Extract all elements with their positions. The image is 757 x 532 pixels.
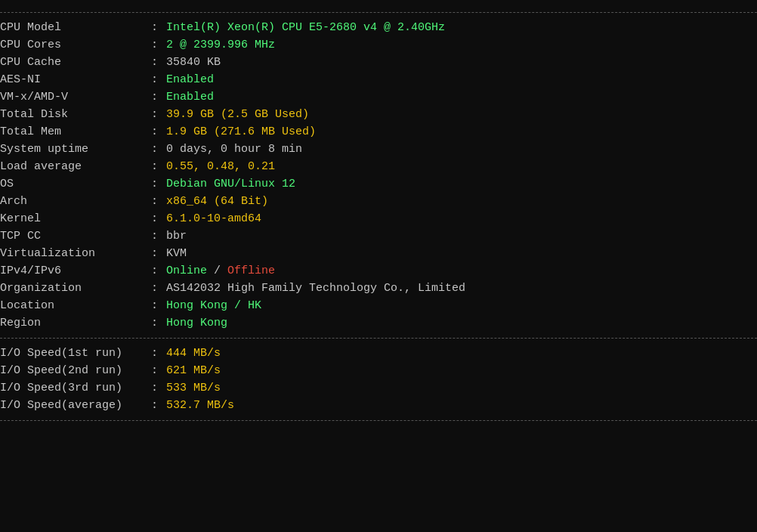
row-value: 35840 KB [166,54,757,71]
row-value: Hong Kong [166,314,757,332]
row-label: AES-NI [0,71,151,88]
row-label: I/O Speed(average) [0,397,151,414]
row-colon: : [151,88,166,106]
row-colon: : [151,345,166,362]
row-colon: : [151,280,166,297]
row-label: Location [0,297,151,314]
row-colon: : [151,227,166,245]
row-colon: : [151,379,166,397]
table-row: CPU Cache:35840 KB [0,54,757,71]
row-value: 6.1.0-10-amd64 [166,210,757,227]
row-colon: : [151,314,166,332]
row-colon: : [151,36,166,54]
row-colon: : [151,54,166,71]
io-speed-table: I/O Speed(1st run):444 MB/sI/O Speed(2nd… [0,345,757,414]
row-colon: : [151,71,166,88]
table-row: Arch:x86_64 (64 Bit) [0,193,757,210]
row-label: Arch [0,193,151,210]
row-colon: : [151,262,166,280]
table-row: I/O Speed(3rd run):533 MB/s [0,379,757,397]
row-value: Enabled [166,88,757,106]
row-value: 0 days, 0 hour 8 min [166,141,757,158]
row-value: KVM [166,245,757,262]
row-label: CPU Cores [0,36,151,54]
table-row: IPv4/IPv6:Online / Offline [0,262,757,280]
row-label: OS [0,175,151,193]
row-value: 1.9 GB (271.6 MB Used) [166,123,757,141]
row-value: Enabled [166,71,757,88]
row-label: Total Mem [0,123,151,141]
row-value: bbr [166,227,757,245]
table-row: Total Mem:1.9 GB (271.6 MB Used) [0,123,757,141]
row-label: Load average [0,158,151,175]
table-row: Region:Hong Kong [0,314,757,332]
row-label: Kernel [0,210,151,227]
top-divider [0,12,757,13]
table-row: Kernel:6.1.0-10-amd64 [0,210,757,227]
row-value: x86_64 (64 Bit) [166,193,757,210]
table-row: CPU Cores:2 @ 2399.996 MHz [0,36,757,54]
row-label: IPv4/IPv6 [0,262,151,280]
table-row: Organization:AS142032 High Family Techno… [0,280,757,297]
row-value: 621 MB/s [166,362,757,379]
row-value: Debian GNU/Linux 12 [166,175,757,193]
row-colon: : [151,397,166,414]
row-value: 532.7 MB/s [166,397,757,414]
row-colon: : [151,123,166,141]
table-row: TCP CC:bbr [0,227,757,245]
row-label: VM-x/AMD-V [0,88,151,106]
row-colon: : [151,106,166,123]
value-part: / [207,264,227,277]
value-part: Offline [227,264,275,277]
row-label: CPU Model [0,19,151,36]
row-label: Organization [0,280,151,297]
row-colon: : [151,245,166,262]
table-row: I/O Speed(1st run):444 MB/s [0,345,757,362]
table-row: OS:Debian GNU/Linux 12 [0,175,757,193]
row-value: 0.55, 0.48, 0.21 [166,158,757,175]
table-row: System uptime:0 days, 0 hour 8 min [0,141,757,158]
table-row: Location:Hong Kong / HK [0,297,757,314]
row-label: Virtualization [0,245,151,262]
row-value: Online / Offline [166,262,757,280]
row-value: 2 @ 2399.996 MHz [166,36,757,54]
row-label: System uptime [0,141,151,158]
row-value: AS142032 High Family Technology Co., Lim… [166,280,757,297]
row-label: TCP CC [0,227,151,245]
row-colon: : [151,175,166,193]
row-value: Intel(R) Xeon(R) CPU E5-2680 v4 @ 2.40GH… [166,19,757,36]
row-colon: : [151,193,166,210]
table-row: CPU Model:Intel(R) Xeon(R) CPU E5-2680 v… [0,19,757,36]
row-value: Hong Kong / HK [166,297,757,314]
row-colon: : [151,158,166,175]
row-colon: : [151,362,166,379]
table-row: Load average:0.55, 0.48, 0.21 [0,158,757,175]
row-label: Total Disk [0,106,151,123]
row-label: Region [0,314,151,332]
table-row: I/O Speed(2nd run):621 MB/s [0,362,757,379]
table-row: Total Disk:39.9 GB (2.5 GB Used) [0,106,757,123]
row-colon: : [151,19,166,36]
table-row: Virtualization:KVM [0,245,757,262]
table-row: VM-x/AMD-V:Enabled [0,88,757,106]
middle-divider [0,338,757,339]
row-label: I/O Speed(3rd run) [0,379,151,397]
row-label: CPU Cache [0,54,151,71]
system-info-table: CPU Model:Intel(R) Xeon(R) CPU E5-2680 v… [0,19,757,332]
table-row: I/O Speed(average):532.7 MB/s [0,397,757,414]
row-label: I/O Speed(1st run) [0,345,151,362]
bottom-divider [0,420,757,421]
row-colon: : [151,297,166,314]
value-part: Online [166,264,207,277]
row-value: 533 MB/s [166,379,757,397]
row-colon: : [151,210,166,227]
row-label: I/O Speed(2nd run) [0,362,151,379]
table-row: AES-NI:Enabled [0,71,757,88]
row-colon: : [151,141,166,158]
row-value: 444 MB/s [166,345,757,362]
row-value: 39.9 GB (2.5 GB Used) [166,106,757,123]
